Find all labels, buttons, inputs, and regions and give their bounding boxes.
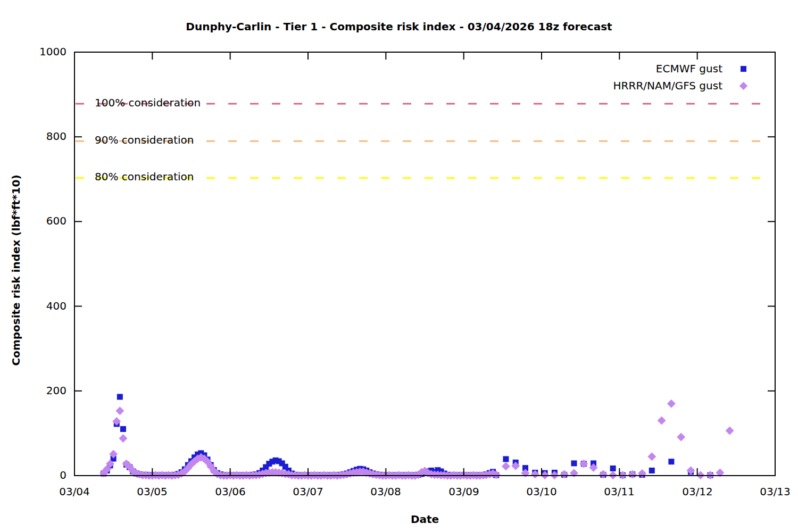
legend-label-ecmwf: ECMWF gust xyxy=(656,62,722,75)
x-tick-label: 03/08 xyxy=(370,485,401,498)
x-tick-label: 03/13 xyxy=(760,485,791,498)
purple-diamond-marker-icon xyxy=(739,81,748,90)
x-tick-label: 03/07 xyxy=(293,485,323,498)
y-tick-label: 400 xyxy=(16,300,66,312)
y-tick-label: 600 xyxy=(16,214,66,227)
chart-page: { "chart_data": { "type": "scatter", "ti… xyxy=(0,0,798,532)
x-tick-label: 03/09 xyxy=(448,485,479,498)
x-axis-title: Date xyxy=(74,513,775,526)
legend-label-hrrr: HRRR/NAM/GFS gust xyxy=(613,79,722,92)
legend-entry-ecmwf: ECMWF gust xyxy=(656,61,746,77)
x-tick-label: 03/05 xyxy=(137,485,168,498)
x-tick-label: 03/10 xyxy=(526,485,557,498)
x-tick-label: 03/04 xyxy=(59,485,90,498)
y-tick-label: 800 xyxy=(16,130,66,143)
threshold-label-100: 100% consideration xyxy=(95,96,201,109)
y-tick-label: 200 xyxy=(16,384,66,397)
x-tick-label: 03/06 xyxy=(215,485,246,498)
y-tick-label: 1000 xyxy=(16,45,66,58)
legend-entry-hrrr: HRRR/NAM/GFS gust xyxy=(613,78,746,94)
threshold-label-80: 80% consideration xyxy=(95,170,194,183)
y-tick-label: 0 xyxy=(16,469,66,481)
y-axis-title: Composite risk index (lbf*ft*10) xyxy=(10,164,22,377)
threshold-label-90: 90% consideration xyxy=(95,134,194,146)
x-tick-label: 03/11 xyxy=(604,485,635,498)
x-tick-label: 03/12 xyxy=(682,485,713,498)
blue-square-marker-icon xyxy=(741,66,746,72)
